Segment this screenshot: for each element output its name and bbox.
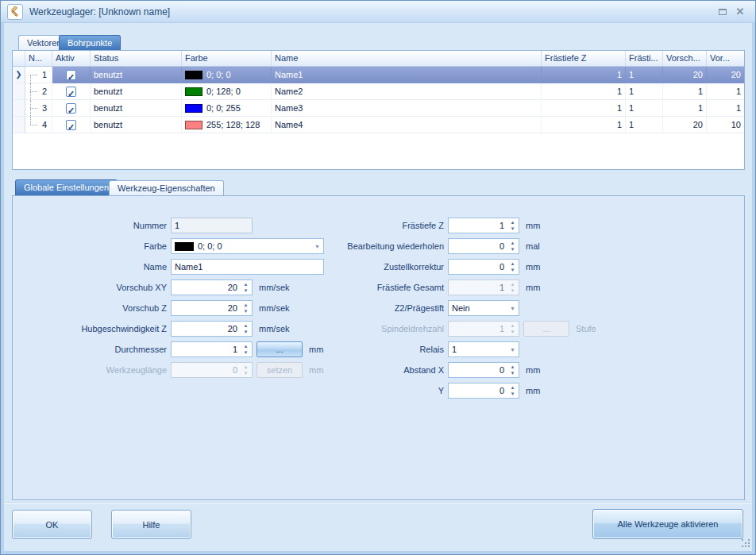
zustellkorrektur-spinner[interactable]: 0 ▲▼ [448,259,519,275]
werkzeuglager-dialog: Werkzeuglager: [Unknown name] ✕ Vektoren… [0,0,756,555]
row-number-cell: 1 [25,67,52,83]
spin-up-icon[interactable]: ▲ [244,302,249,308]
spindeldrehzahl-browse-button: ... [523,321,569,337]
column-header-name[interactable]: Name [272,51,542,67]
name-cell: Name1 [272,67,542,83]
bearbeitung-wiederholen-spinner[interactable]: 0 ▲▼ [448,238,519,254]
close-window-button[interactable]: ✕ [731,5,749,19]
durchmesser-spinner[interactable]: 1 ▲▼ [171,341,253,357]
column-header-farbe[interactable]: Farbe [182,51,272,67]
vorsch-cell: 20 [663,67,707,83]
column-header-status[interactable]: Status [91,51,182,67]
window-title: Werkzeuglager: [Unknown name] [29,6,714,17]
spin-down-icon[interactable]: ▼ [244,329,249,335]
tab-bohrpunkte[interactable]: Bohrpunkte [59,35,121,50]
spin-down-icon[interactable]: ▼ [511,225,515,232]
spin-up-icon[interactable]: ▲ [511,364,515,370]
spin-up-icon[interactable]: ▲ [511,240,515,246]
spin-down-icon[interactable]: ▼ [244,308,249,314]
fraestiefe-gesamt-value: 1 [452,283,515,292]
relais-value: 1 [452,345,457,354]
spin-up-icon[interactable]: ▲ [244,322,249,329]
spin-up-icon[interactable]: ▲ [244,281,249,287]
spin-down-icon: ▼ [511,329,515,335]
spin-down-icon[interactable]: ▼ [244,349,249,356]
z2-praegestift-label: Z2/Prägestift [274,303,444,313]
column-header-n[interactable]: N... [25,51,52,67]
column-header-vor[interactable]: Vor... [707,51,744,67]
vor-cell: 20 [707,67,744,83]
restore-icon [719,9,727,15]
vorschub-z-spinner[interactable]: 20 ▲▼ [171,300,253,316]
z2-praegestift-dropdown[interactable]: Nein ▼ [448,300,519,316]
column-header-vorsch[interactable]: Vorsch... [663,51,707,67]
table-row[interactable]: ❯ 1 benutzt 0; 0; 0 Name1 1 1 20 20 [13,67,744,83]
spin-down-icon[interactable]: ▼ [511,391,515,397]
column-header-aktiv[interactable]: Aktiv [52,51,91,67]
durchmesser-value: 1 [175,345,249,354]
vorsch-cell: 20 [663,117,707,133]
vorschub-xy-spinner[interactable]: 20 ▲▼ [171,279,253,295]
vorschub-z-label: Vorschub Z [12,303,167,313]
restore-window-button[interactable] [714,5,731,19]
vorschub-z-value: 20 [175,303,249,313]
row-number-cell: 2 [25,83,52,100]
abstand-x-value: 0 [452,365,515,375]
relais-dropdown[interactable]: 1 ▼ [448,341,519,357]
fraesti-cell: 1 [626,83,663,100]
abstand-x-unit: mm [526,365,540,375]
resize-grip[interactable] [741,538,750,548]
nummer-field [171,218,253,233]
farbe-cell: 255; 128; 128 [182,117,272,133]
abstand-x-spinner[interactable]: 0 ▲▼ [448,362,519,378]
spin-up-icon[interactable]: ▲ [511,260,515,267]
color-swatch [185,71,202,79]
spin-down-icon[interactable]: ▼ [511,246,515,252]
relais-label: Relais [274,345,444,354]
werkzeuglaenge-spinner: 0 ▲▼ [171,362,253,378]
spin-up-icon[interactable]: ▲ [244,343,249,349]
row-indicator-cell [13,100,25,117]
fraesti-cell: 1 [626,117,663,133]
spindeldrehzahl-spinner: 1 ▲▼ [448,321,519,337]
tab-globale-einstellungen[interactable]: Globale Einstellungen [15,179,118,195]
column-header-fraesti[interactable]: Frästi... [626,51,663,67]
spin-up-icon: ▲ [244,364,249,370]
color-swatch [175,242,194,251]
spin-up-icon[interactable]: ▲ [511,384,515,391]
table-row[interactable]: 2 benutzt 0; 128; 0 Name2 1 1 1 1 [13,83,744,100]
aktiv-checkbox[interactable] [66,120,76,130]
nummer-label: Nummer [12,221,167,230]
aktiv-checkbox[interactable] [66,103,76,114]
hilfe-button[interactable]: Hilfe [111,510,191,539]
tool-table: N... Aktiv Status Farbe Name Frästiefe Z… [12,50,745,170]
fraestiefe-z-spinner[interactable]: 1 ▲▼ [448,218,519,233]
footer-separator [4,503,752,504]
fraestiefe-z-label: Frästiefe Z [274,221,444,230]
table-row[interactable]: 3 benutzt 0; 0; 255 Name3 1 1 1 1 [13,100,744,117]
column-header-fraestiefe-z[interactable]: Frästiefe Z [542,51,626,67]
hubgeschwindigkeit-z-spinner[interactable]: 20 ▲▼ [171,321,253,337]
chevron-down-icon: ▼ [510,347,515,353]
spin-down-icon[interactable]: ▼ [511,370,515,376]
tab-werkzeug-eigenschaften[interactable]: Werkzeug-Eigenschaften [109,180,224,195]
color-swatch [185,121,202,129]
status-cell: benutzt [91,117,182,133]
fraestiefe-z-cell: 1 [542,67,626,83]
aktiv-checkbox[interactable] [66,87,76,97]
abstand-y-spinner[interactable]: 0 ▲▼ [448,383,519,399]
spin-down-icon[interactable]: ▼ [244,287,249,294]
vor-cell: 1 [707,100,744,117]
table-row[interactable]: 4 benutzt 255; 128; 128 Name4 1 1 20 10 [13,117,744,133]
spin-up-icon[interactable]: ▲ [511,219,515,225]
nummer-input [175,221,249,230]
bearbeitung-wiederholen-label: Bearbeitung wiederholen [274,241,444,251]
titlebar[interactable]: Werkzeuglager: [Unknown name] ✕ [1,1,755,23]
alle-werkzeuge-aktivieren-button[interactable]: Alle Werkzeuge aktivieren [592,509,743,539]
spin-down-icon[interactable]: ▼ [511,267,515,273]
aktiv-checkbox[interactable] [66,70,76,80]
ok-button[interactable]: OK [12,510,92,539]
table-header-row: N... Aktiv Status Farbe Name Frästiefe Z… [13,51,744,67]
spin-up-icon: ▲ [511,322,515,329]
status-cell: benutzt [91,100,182,117]
